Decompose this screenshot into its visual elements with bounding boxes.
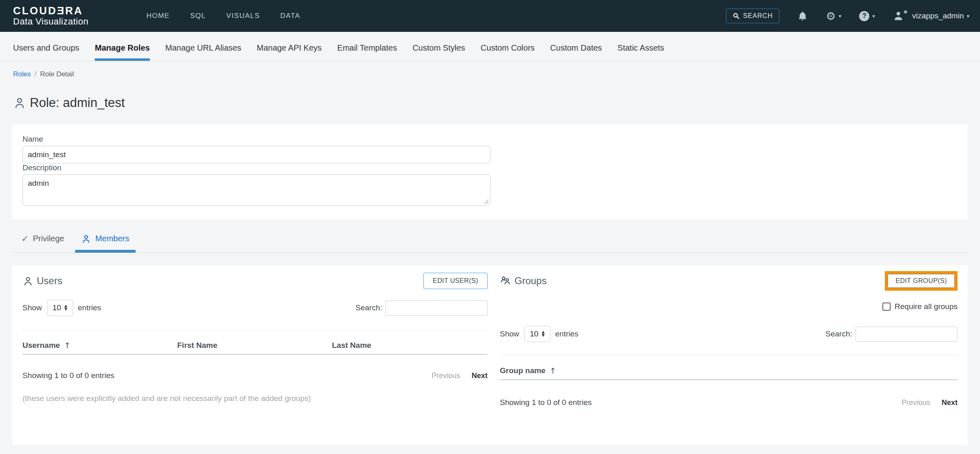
groups-title-label: Groups	[514, 275, 547, 287]
entries-label: entries	[555, 329, 579, 338]
groups-table-summary: Showing 1 to 0 of 0 entries	[500, 398, 592, 407]
users-section-title: Users	[22, 275, 62, 287]
groups-search-label: Search:	[826, 329, 852, 338]
brand-name: CLOUDƎRA	[13, 5, 89, 16]
chevron-down-icon: ▾	[967, 13, 969, 19]
groups-icon	[500, 275, 511, 287]
bell-icon	[797, 11, 808, 21]
chevron-down-icon: ▾	[839, 13, 842, 19]
groups-page-size-select[interactable]: 10 ▲ ▼	[524, 326, 550, 342]
tab-privilege-label: Privilege	[33, 234, 64, 243]
edit-users-button[interactable]: EDIT USER(S)	[423, 273, 488, 289]
search-button[interactable]: SEARCH	[726, 9, 780, 23]
users-table-header: Username ↑ First Name Last Name	[22, 330, 488, 355]
tab-users-and-groups[interactable]: Users and Groups	[13, 35, 79, 61]
role-detail-tabs: ✓ Privilege Members	[12, 219, 968, 253]
sort-ascending-icon: ↑	[550, 366, 556, 375]
groups-page-size-control: Show 10 ▲ ▼ entries	[500, 326, 579, 342]
breadcrumb: Roles / Role Detail	[13, 70, 967, 78]
admin-asterisk-icon: *	[904, 8, 907, 19]
role-form-card: Name Description admin	[12, 124, 968, 219]
users-column-username[interactable]: Username ↑	[22, 341, 177, 350]
users-previous-button[interactable]: Previous	[432, 372, 460, 380]
groups-panel: Groups EDIT GROUP(S) Require all groups …	[500, 272, 958, 433]
users-page-size-value: 10	[53, 303, 61, 312]
breadcrumb-separator: /	[34, 70, 36, 78]
tab-privilege[interactable]: ✓ Privilege	[15, 225, 70, 252]
navbar-actions: SEARCH ⚙ ▾ ? ▾ * vizapps_admin ▾	[726, 9, 969, 23]
users-table-summary: Showing 1 to 0 of 0 entries	[22, 371, 114, 380]
search-button-label: SEARCH	[743, 12, 773, 20]
members-card: Users EDIT USER(S) Show 10 ▲ ▼ entries S…	[12, 265, 968, 445]
select-stepper-icon: ▲ ▼	[65, 305, 67, 311]
help-menu-button[interactable]: ? ▾	[859, 11, 875, 21]
users-panel: Users EDIT USER(S) Show 10 ▲ ▼ entries S…	[22, 272, 488, 433]
users-next-button[interactable]: Next	[472, 372, 488, 380]
tab-custom-colors[interactable]: Custom Colors	[481, 35, 535, 61]
role-title: Role: admin_test	[30, 96, 125, 110]
require-all-groups-checkbox[interactable]	[882, 303, 891, 311]
main-nav: HOME SQL VISUALS DATA	[146, 9, 301, 23]
textarea-resize-handle[interactable]	[483, 198, 489, 204]
nav-visuals[interactable]: VISUALS	[225, 9, 261, 23]
groups-search-input[interactable]	[855, 327, 958, 342]
description-label: Description	[22, 163, 958, 172]
tab-custom-dates[interactable]: Custom Dates	[550, 35, 602, 61]
users-search-input[interactable]	[385, 300, 488, 316]
brand-product: Data Visualization	[13, 16, 89, 27]
tab-email-templates[interactable]: Email Templates	[337, 35, 397, 61]
sort-ascending-icon: ↑	[64, 341, 71, 350]
select-stepper-icon: ▲ ▼	[542, 331, 545, 337]
admin-tabbar: Users and Groups Manage Roles Manage URL…	[0, 32, 980, 61]
tab-static-assets[interactable]: Static Assets	[617, 35, 664, 61]
role-icon	[13, 96, 26, 109]
tab-manage-api-keys[interactable]: Manage API Keys	[257, 35, 322, 61]
breadcrumb-roles-link[interactable]: Roles	[13, 70, 31, 78]
nav-data[interactable]: DATA	[280, 9, 301, 23]
nav-sql[interactable]: SQL	[189, 9, 207, 23]
member-icon	[81, 234, 91, 244]
breadcrumb-current: Role Detail	[40, 70, 74, 78]
help-icon: ?	[859, 11, 869, 21]
cloudera-logo[interactable]: CLOUDƎRA Data Visualization	[13, 5, 89, 27]
groups-next-button[interactable]: Next	[942, 398, 958, 407]
check-icon: ✓	[21, 234, 29, 244]
edit-groups-button[interactable]: EDIT GROUP(S)	[888, 274, 955, 288]
users-icon	[22, 276, 33, 287]
search-icon	[733, 13, 739, 19]
tab-manage-roles[interactable]: Manage Roles	[95, 35, 149, 61]
users-page-size-select[interactable]: 10 ▲ ▼	[47, 300, 73, 316]
username-label: vizapps_admin	[912, 11, 964, 20]
description-textarea[interactable]: admin	[22, 174, 490, 206]
name-input[interactable]	[22, 146, 490, 163]
tab-manage-url-aliases[interactable]: Manage URL Aliases	[165, 35, 241, 61]
page-title: Role: admin_test	[13, 96, 967, 110]
description-value: admin	[28, 179, 49, 187]
users-page-size-control: Show 10 ▲ ▼ entries	[22, 300, 101, 316]
notifications-button[interactable]	[797, 11, 808, 21]
user-menu-button[interactable]: * vizapps_admin ▾	[893, 11, 969, 21]
users-column-last-name[interactable]: Last Name	[332, 341, 488, 350]
groups-table-header: Group name ↑	[500, 355, 958, 380]
name-label: Name	[22, 135, 958, 144]
groups-section-title: Groups	[500, 275, 547, 287]
gear-icon: ⚙	[826, 11, 835, 22]
user-icon	[893, 11, 904, 21]
users-title-label: Users	[37, 275, 62, 287]
show-label: Show	[22, 303, 42, 312]
tab-members-label: Members	[95, 234, 129, 243]
nav-home[interactable]: HOME	[146, 9, 171, 23]
entries-label: entries	[78, 303, 101, 312]
groups-column-group-name[interactable]: Group name ↑	[500, 366, 958, 375]
show-label: Show	[500, 329, 519, 338]
tab-members[interactable]: Members	[75, 225, 135, 252]
tab-custom-styles[interactable]: Custom Styles	[412, 35, 465, 61]
users-column-first-name[interactable]: First Name	[177, 341, 332, 350]
groups-page-size-value: 10	[530, 329, 539, 338]
edit-groups-highlight: EDIT GROUP(S)	[885, 271, 958, 291]
settings-menu-button[interactable]: ⚙ ▾	[826, 11, 841, 22]
top-navbar: CLOUDƎRA Data Visualization HOME SQL VIS…	[0, 0, 980, 32]
require-all-groups-label: Require all groups	[895, 302, 958, 311]
chevron-down-icon: ▾	[872, 13, 875, 19]
groups-previous-button[interactable]: Previous	[902, 398, 930, 407]
